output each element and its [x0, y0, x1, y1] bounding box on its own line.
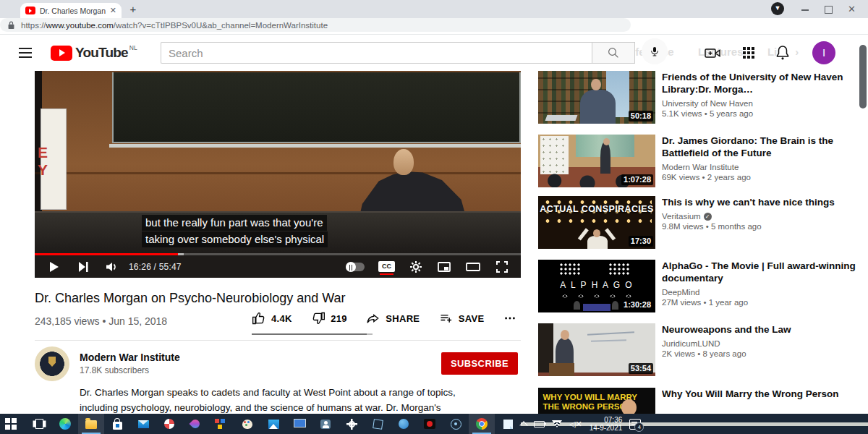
search-button[interactable] — [592, 42, 635, 64]
create-video-button[interactable] — [704, 44, 721, 61]
taskbar-3d-viewer[interactable] — [365, 414, 391, 434]
more-actions-button[interactable] — [503, 312, 516, 325]
taskbar-file-explorer[interactable] — [78, 414, 104, 434]
related-video[interactable]: 50:18 Friends of the University of New H… — [538, 71, 865, 124]
related-title[interactable]: Why You Will Marry the Wrong Person — [662, 388, 859, 400]
taskbar-notes[interactable] — [495, 414, 521, 434]
related-channel[interactable]: Modern War Institute — [662, 163, 739, 171]
tray-chevron-icon[interactable] — [519, 421, 527, 429]
capture-icon — [451, 419, 461, 430]
thumb-art — [587, 236, 608, 249]
related-title[interactable]: Friends of the University of New Haven L… — [662, 71, 859, 95]
video-thumbnail[interactable]: 53:54 — [538, 323, 655, 376]
related-channel[interactable]: JuridicumLUND — [662, 339, 720, 348]
like-button[interactable]: 4.4K — [252, 311, 292, 326]
new-tab-button[interactable]: + — [127, 3, 139, 15]
store-icon — [113, 422, 122, 430]
fullscreen-icon[interactable] — [495, 260, 509, 274]
related-video[interactable]: 1:07:28 Dr. James Giordano: The Brain is… — [538, 135, 865, 187]
thumbs-down-icon — [311, 311, 326, 326]
volume-button[interactable] — [104, 260, 119, 274]
taskbar-capture[interactable] — [443, 414, 469, 434]
related-video[interactable]: 53:54 Neuroweapons and the Law Juridicum… — [538, 323, 865, 376]
taskbar-recorder[interactable] — [417, 414, 443, 434]
taskbar-clock[interactable]: 07:36 14-9-2021 — [590, 416, 623, 433]
video-thumbnail[interactable]: 50:18 — [538, 71, 655, 124]
video-thumbnail[interactable]: A L P H A G O 1:30:28 — [538, 260, 655, 312]
window-minimize-button[interactable] — [801, 9, 809, 11]
note-icon — [503, 420, 513, 429]
url-text: https://www.youtube.com/watch?v=cTtIPBPS… — [21, 21, 328, 30]
taskbar-paint3d[interactable] — [182, 414, 208, 434]
taskbar-people[interactable] — [312, 414, 339, 434]
video-player[interactable]: E Y but the really fun part was that you… — [35, 71, 521, 278]
taskbar-paint[interactable] — [234, 414, 260, 434]
taskbar-device[interactable] — [286, 414, 312, 434]
subscribe-button[interactable]: SUBSCRIBE — [441, 352, 518, 375]
task-view-button[interactable] — [26, 414, 52, 434]
related-title[interactable]: Dr. James Giordano: The Brain is the Bat… — [662, 135, 859, 159]
captions-button[interactable]: CC — [378, 261, 395, 272]
tab-close-icon[interactable]: ✕ — [110, 7, 116, 14]
search-input[interactable] — [161, 42, 592, 64]
battery-icon[interactable] — [534, 421, 545, 427]
tab-title: Dr. Charles Morgan on Psycho-N — [40, 7, 108, 15]
notification-count-badge: 4 — [634, 422, 644, 432]
taskbar-store[interactable] — [104, 414, 130, 434]
start-button[interactable] — [0, 414, 26, 434]
video-thumbnail[interactable]: 1:07:28 — [538, 135, 655, 187]
volume-muted-icon[interactable]: ◁✕ — [569, 420, 582, 427]
video-thumbnail[interactable]: ACTUAL CONSPIRACIES 17:30 — [538, 196, 655, 249]
play-button[interactable] — [46, 260, 61, 274]
theater-mode-icon[interactable] — [465, 260, 481, 274]
taskbar-photos[interactable] — [260, 414, 286, 434]
media-controls-icon[interactable]: ▼ — [771, 2, 784, 15]
youtube-apps-button[interactable] — [740, 44, 757, 61]
related-channel[interactable]: University of New Haven — [662, 99, 753, 108]
thumb-art — [559, 263, 582, 276]
taskbar-learning[interactable] — [208, 414, 234, 434]
share-button[interactable]: SHARE — [366, 311, 420, 326]
next-button[interactable] — [76, 260, 90, 274]
url-omnibox[interactable]: https://www.youtube.com/watch?v=cTtIPBPS… — [0, 18, 631, 32]
taskbar-movies[interactable] — [156, 414, 182, 434]
notifications-bell-button[interactable] — [774, 44, 791, 61]
hamburger-menu-icon[interactable] — [19, 48, 32, 58]
cube-icon — [373, 419, 383, 430]
youtube-account-avatar[interactable]: I — [812, 41, 835, 64]
thumb-art — [603, 138, 610, 145]
autoplay-toggle[interactable] — [346, 263, 365, 271]
channel-avatar[interactable] — [35, 346, 69, 381]
related-channel[interactable]: DeepMind — [662, 288, 699, 297]
related-video[interactable]: ACTUAL CONSPIRACIES 17:30 This is why we… — [538, 196, 865, 249]
gear-icon — [346, 419, 357, 430]
settings-gear-icon[interactable] — [409, 260, 423, 274]
taskbar-settings[interactable] — [339, 414, 365, 434]
taskbar-sphere-app[interactable] — [391, 414, 417, 434]
related-meta: 69K views • 2 years ago — [662, 173, 859, 182]
chrome-icon — [476, 418, 488, 430]
window-maximize-button[interactable] — [825, 6, 833, 14]
channel-name[interactable]: Modern War Institute — [80, 352, 180, 363]
dislike-button[interactable]: 219 — [311, 311, 347, 326]
related-title[interactable]: This is why we can't have nice things — [662, 196, 859, 208]
related-channel[interactable]: Veritasium — [662, 212, 701, 221]
wifi-icon[interactable] — [552, 420, 562, 427]
monitor-icon — [294, 419, 306, 427]
voice-search-button[interactable] — [642, 38, 668, 64]
action-center-icon[interactable]: 4 — [629, 419, 641, 430]
duration-badge: 50:18 — [629, 111, 653, 122]
palette-icon — [242, 420, 252, 429]
miniplayer-icon[interactable] — [437, 260, 451, 274]
window-close-button[interactable]: ✕ — [848, 4, 856, 14]
taskbar-edge[interactable] — [52, 414, 78, 434]
verified-badge-icon: ✓ — [704, 213, 712, 221]
related-video[interactable]: A L P H A G O 1:30:28 AlphaGo - The Movi… — [538, 260, 865, 312]
save-button[interactable]: SAVE — [439, 311, 485, 326]
related-title[interactable]: Neuroweapons and the Law — [662, 323, 859, 336]
youtube-logo[interactable]: YouTube NL — [51, 45, 137, 61]
taskbar-chrome[interactable] — [469, 414, 495, 434]
related-title[interactable]: AlphaGo - The Movie | Full award-winning… — [662, 260, 859, 284]
browser-tab[interactable]: Dr. Charles Morgan on Psycho-N ✕ — [20, 3, 122, 18]
taskbar-mail[interactable] — [130, 414, 156, 434]
